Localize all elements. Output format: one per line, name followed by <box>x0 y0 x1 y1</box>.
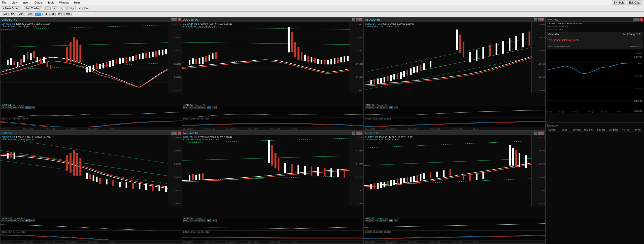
audusd-tf-m30[interactable]: M30 <box>200 106 206 109</box>
nzdusd-tf-m15[interactable]: M15 <box>194 219 200 222</box>
eurjpy-tf-m5[interactable]: M5 <box>370 219 375 222</box>
usdcad-tf-h4[interactable]: H4 <box>394 106 398 109</box>
eurjpy-tf-h4[interactable]: H4 <box>394 219 398 222</box>
svg-rect-191 <box>443 171 444 177</box>
tf-h4[interactable]: H4 <box>42 13 49 16</box>
autotrading-button[interactable]: AutoTrading <box>24 6 42 10</box>
tf-w1[interactable]: W1 <box>57 13 63 16</box>
svg-rect-116 <box>496 44 497 55</box>
nzdusd-minimize[interactable]: _ <box>352 132 355 135</box>
zoom-in-button[interactable]: 🔍+ <box>58 6 66 10</box>
chart-audusd[interactable]: AUDUSD_H1 _ □ × AUDUSD_H1 0.75602 0.7566… <box>182 17 364 131</box>
usdchf-close[interactable]: × <box>640 18 643 21</box>
toolbar-separator <box>22 6 22 11</box>
audusd-tf-m1[interactable]: M1 <box>183 106 188 109</box>
menu-window[interactable]: Window <box>58 1 70 4</box>
zoom-out-button[interactable]: 🔍- <box>67 6 76 10</box>
usdcad-tf-m1[interactable]: M1 <box>365 106 370 109</box>
tf-m15[interactable]: M15 <box>17 13 25 16</box>
tf-h1[interactable]: H1 <box>35 13 41 16</box>
tf-m5[interactable]: M5 <box>10 13 16 16</box>
chart-usdcad[interactable]: USDCAD_H1 _ □ × USDCAD_H1 1.30001 1.3006… <box>364 17 546 131</box>
menu-view[interactable]: View <box>11 1 19 4</box>
audusd-minimize[interactable]: _ <box>352 18 355 21</box>
menu-help[interactable]: Help <box>73 1 81 4</box>
svg-rect-152 <box>192 174 193 180</box>
nzdusd-maximize[interactable]: □ <box>356 132 359 135</box>
menu-file[interactable]: File <box>1 1 8 4</box>
svg-rect-94 <box>381 78 382 83</box>
gbpusd-price-scale: 1.32760 1.32400 1.32000 1.31600 1.31000 … <box>168 135 182 206</box>
nzdusd-tf-m5[interactable]: M5 <box>189 219 193 222</box>
eurjpy-minimize[interactable]: _ <box>534 132 537 135</box>
svg-rect-103 <box>410 69 412 75</box>
tf-m1[interactable]: M1 <box>2 13 9 16</box>
nzdusd-tf-m1[interactable]: M1 <box>183 219 188 222</box>
gbpusd-close[interactable]: × <box>178 132 181 135</box>
gbpusd-tf-h1[interactable]: H1 <box>25 219 29 222</box>
audusd-close[interactable]: × <box>359 18 362 21</box>
audusd-maximize[interactable]: □ <box>356 18 359 21</box>
audusd-tf-h1[interactable]: H1 <box>207 106 211 109</box>
tf-m30[interactable]: M30 <box>26 13 34 16</box>
tick-chart-button[interactable]: Tick Chart <box>627 1 643 5</box>
svg-rect-38 <box>135 55 137 60</box>
gbpusd-tf-m1[interactable]: M1 <box>2 219 6 222</box>
usdcad-maximize[interactable]: □ <box>538 18 541 21</box>
audusd-tf-h4[interactable]: H4 <box>212 106 216 109</box>
menu-insert[interactable]: Insert <box>21 1 30 4</box>
eurusd-tf-h1[interactable]: H1 <box>25 106 29 109</box>
gbpusd-tf-m5[interactable]: M5 <box>7 219 12 222</box>
gbpusd-tf-m15[interactable]: M15 <box>12 219 18 222</box>
symbols-button[interactable]: Symbols <box>612 1 626 5</box>
nzdusd-tf-h4[interactable]: H4 <box>212 219 216 222</box>
chart-eurjpy[interactable]: EURJPY_H1 _ □ × EURJPY_H1 113.962 114.08… <box>364 131 546 244</box>
usdcad-tf-m30[interactable]: M30 <box>382 106 388 109</box>
eurusd-close[interactable]: × <box>178 18 181 21</box>
eurusd-tf-m1[interactable]: M1 <box>2 106 6 109</box>
line-tool-button[interactable]: ⎯ <box>45 6 51 10</box>
usdchf-maximize[interactable]: □ <box>636 18 639 21</box>
usdcad-minimize[interactable]: _ <box>534 18 537 21</box>
eurusd-tf-m30[interactable]: M30 <box>19 106 25 109</box>
chart-eurusd[interactable]: EURUSD_H1 _ □ × EURUSD_H1 1.11535 1.1200… <box>0 17 182 131</box>
eurjpy-maximize[interactable]: □ <box>538 132 541 135</box>
nzdusd-tf-m30[interactable]: M30 <box>200 219 206 222</box>
usdcad-close[interactable]: × <box>541 18 544 21</box>
tf-mn[interactable]: MN <box>64 13 72 16</box>
eurusd-minimize[interactable]: _ <box>171 18 174 21</box>
svg-rect-134 <box>86 173 87 179</box>
usdchf-minimize[interactable]: _ <box>633 18 636 21</box>
timeframe-bar: M1 M5 M15 M30 H1 H4 D1 W1 MN <box>0 12 644 17</box>
gbpusd-maximize[interactable]: □ <box>174 132 177 135</box>
gbpusd-tf-m30[interactable]: M30 <box>19 219 25 222</box>
col-buy-price: Buy price <box>584 129 594 131</box>
menu-tools[interactable]: Tools <box>47 1 55 4</box>
eurusd-tf-m15[interactable]: M15 <box>12 106 18 109</box>
audusd-tf-m5[interactable]: M5 <box>189 106 193 109</box>
new-order-button[interactable]: + New Order <box>1 6 20 10</box>
usdcad-tf-m5[interactable]: M5 <box>370 106 375 109</box>
svg-rect-10 <box>27 52 28 59</box>
eurusd-tf-h4[interactable]: H4 <box>30 106 35 109</box>
chart-nzdusd[interactable]: NZDUSD_H1 _ □ × NZDUSD_H1 0.72279 0.7236… <box>182 131 364 244</box>
menu-charts[interactable]: Charts <box>33 1 44 4</box>
eurusd-maximize[interactable]: □ <box>174 18 177 21</box>
usdcad-tf-m15[interactable]: M15 <box>376 106 382 109</box>
crosshair-button[interactable]: + <box>52 6 57 10</box>
eurjpy-tf-m30[interactable]: M30 <box>382 219 388 222</box>
chart-gbpusd[interactable]: GBPUSD_H1 _ □ × GBPUSD_H1 1.31315 1.3141… <box>0 131 182 244</box>
gbpusd-minimize[interactable]: _ <box>171 132 174 135</box>
nzdusd-tf-h1[interactable]: H1 <box>207 219 211 222</box>
eurjpy-tf-h1[interactable]: H1 <box>389 219 393 222</box>
tf-d1[interactable]: D1 <box>49 13 56 16</box>
gbpusd-tf-h4[interactable]: H4 <box>30 219 35 222</box>
eurjpy-close[interactable]: × <box>541 132 544 135</box>
eurjpy-tf-m1[interactable]: M1 <box>365 219 370 222</box>
eurjpy-tf-m15[interactable]: M15 <box>376 219 382 222</box>
nzdusd-close[interactable]: × <box>359 132 362 135</box>
no-events-text: No further matching events <box>548 37 642 44</box>
usdcad-tf-h1[interactable]: H1 <box>389 106 393 109</box>
audusd-tf-m15[interactable]: M15 <box>194 106 200 109</box>
eurusd-tf-m5[interactable]: M5 <box>7 106 12 109</box>
